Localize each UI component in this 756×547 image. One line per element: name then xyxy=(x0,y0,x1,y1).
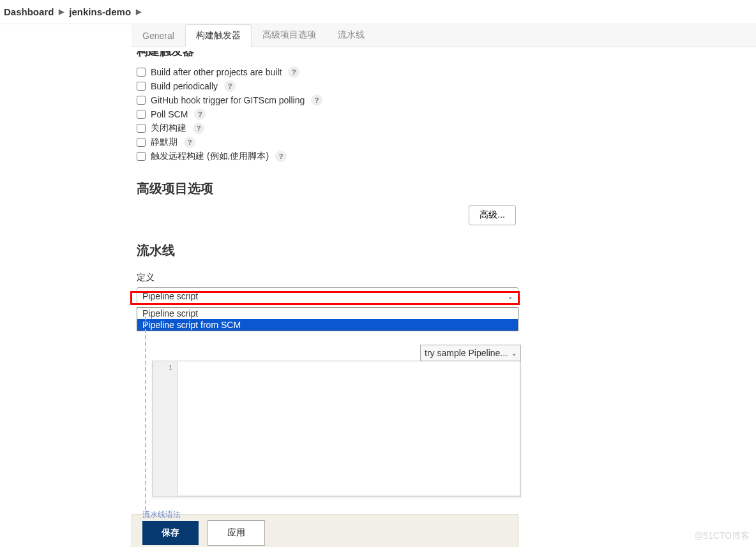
definition-option-script[interactable]: Pipeline script xyxy=(137,308,518,319)
trigger-label: 静默期 xyxy=(151,137,178,148)
tab-advanced-options[interactable]: 高级项目选项 xyxy=(252,24,327,47)
definition-label: 定义 xyxy=(137,272,516,283)
definition-select[interactable]: Pipeline script ⌄ xyxy=(137,287,518,305)
trigger-row-remote: 触发远程构建 (例如,使用脚本) ? xyxy=(137,149,516,163)
trigger-checkbox[interactable] xyxy=(137,124,146,133)
help-icon[interactable]: ? xyxy=(275,151,287,162)
trigger-label: 关闭构建 xyxy=(151,123,186,134)
caret-down-icon: ⌄ xyxy=(511,350,517,357)
advanced-button[interactable]: 高级... xyxy=(469,205,516,225)
trigger-checkbox[interactable] xyxy=(137,110,146,119)
pipeline-syntax-link[interactable]: 流水线语法 xyxy=(142,508,508,520)
breadcrumb-item-dashboard[interactable]: Dashboard xyxy=(4,6,54,17)
definition-dropdown: Pipeline script Pipeline script from SCM xyxy=(137,307,518,331)
definition-select-value: Pipeline script xyxy=(142,291,198,301)
editor-line-number: 1 xyxy=(153,361,178,497)
trigger-row-quiet-period: 静默期 ? xyxy=(137,135,516,149)
trigger-checkbox[interactable] xyxy=(137,96,146,105)
section-heading-triggers-truncated: 构建触发器 xyxy=(137,51,516,60)
trigger-row-disable-build: 关闭构建 ? xyxy=(137,121,516,135)
script-editor[interactable]: 1 xyxy=(152,361,521,497)
tab-pipeline[interactable]: 流水线 xyxy=(327,24,375,47)
definition-select-wrapper: Pipeline script ⌄ Pipeline script Pipeli… xyxy=(137,287,518,305)
tab-build-triggers[interactable]: 构建触发器 xyxy=(185,24,252,47)
trigger-row-build-after: Build after other projects are built ? xyxy=(137,65,516,79)
trigger-label: GitHub hook trigger for GITScm polling xyxy=(151,95,305,105)
config-tabs: General 构建触发器 高级项目选项 流水线 xyxy=(132,24,756,47)
tab-general[interactable]: General xyxy=(132,25,185,47)
watermark-text: @51CTO博客 xyxy=(694,530,750,542)
help-icon[interactable]: ? xyxy=(288,66,299,78)
trigger-row-poll-scm: Poll SCM ? xyxy=(137,107,516,121)
trigger-label: Build after other projects are built xyxy=(151,67,282,77)
trigger-row-periodic: Build periodically ? xyxy=(137,79,516,93)
save-button[interactable]: 保存 xyxy=(142,521,199,545)
trigger-row-github-hook: GitHub hook trigger for GITScm polling ? xyxy=(137,93,516,107)
definition-option-scm[interactable]: Pipeline script from SCM xyxy=(137,319,518,331)
section-heading-advanced: 高级项目选项 xyxy=(137,180,516,197)
help-icon[interactable]: ? xyxy=(224,80,236,92)
breadcrumb: Dashboard ▶ jenkins-demo ▶ xyxy=(0,0,756,24)
script-editor-block: try sample Pipeline... ⌄ 1 xyxy=(152,345,521,497)
trigger-checkbox[interactable] xyxy=(137,68,146,77)
collapse-guide-line xyxy=(145,317,146,536)
sample-pipeline-value: try sample Pipeline... xyxy=(425,348,508,358)
chevron-right-icon: ▶ xyxy=(59,8,64,16)
footer-action-panel: 流水线语法 保存 应用 xyxy=(132,514,518,547)
trigger-checkbox[interactable] xyxy=(137,82,146,91)
caret-down-icon: ⌄ xyxy=(508,293,513,300)
trigger-checkbox[interactable] xyxy=(137,138,146,147)
trigger-checkbox[interactable] xyxy=(137,152,146,161)
chevron-right-icon: ▶ xyxy=(136,8,141,16)
trigger-label: Build periodically xyxy=(151,81,218,91)
help-icon[interactable]: ? xyxy=(194,109,206,120)
apply-button[interactable]: 应用 xyxy=(208,520,265,546)
form-area: 构建触发器 Build after other projects are bui… xyxy=(132,47,521,532)
main-content: General 构建触发器 高级项目选项 流水线 构建触发器 Build aft… xyxy=(0,24,756,532)
help-icon[interactable]: ? xyxy=(184,137,195,148)
help-icon[interactable]: ? xyxy=(311,94,322,106)
section-heading-pipeline: 流水线 xyxy=(137,242,516,259)
breadcrumb-item-project[interactable]: jenkins-demo xyxy=(69,6,131,17)
help-icon[interactable]: ? xyxy=(193,123,204,134)
trigger-label: 触发远程构建 (例如,使用脚本) xyxy=(151,151,269,162)
trigger-label: Poll SCM xyxy=(151,109,188,119)
sample-pipeline-select[interactable]: try sample Pipeline... ⌄ xyxy=(420,345,521,361)
